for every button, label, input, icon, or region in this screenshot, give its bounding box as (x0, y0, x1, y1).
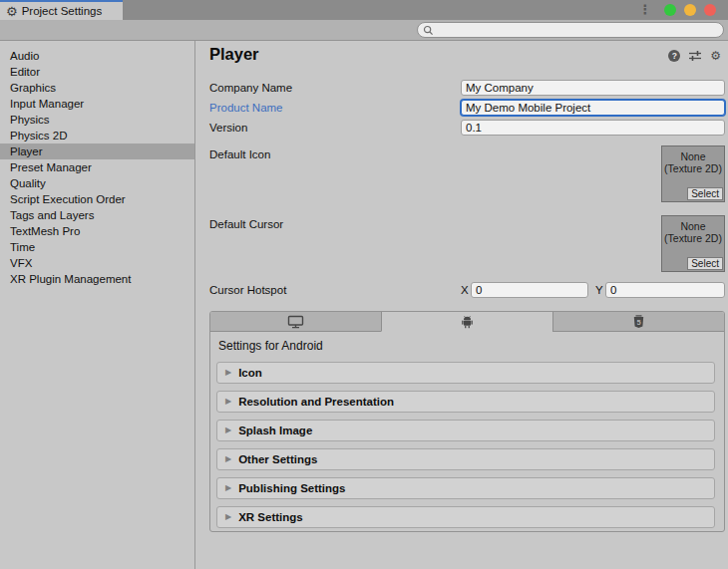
settings-gear-icon: ⚙ (6, 5, 18, 18)
default-cursor-value: None (662, 220, 724, 232)
section-resolution-and-presentation[interactable]: ▶ Resolution and Presentation (216, 391, 715, 413)
default-cursor-label: Default Cursor (209, 216, 283, 232)
sidebar-item-audio[interactable]: Audio (0, 48, 194, 64)
version-input[interactable] (461, 120, 725, 136)
company-name-input[interactable] (461, 80, 725, 96)
section-label: Other Settings (238, 453, 317, 465)
cursor-hotspot-y-input[interactable] (605, 282, 725, 298)
player-settings-panel: Player ? ⚙ Company Name Product Name Ver… (196, 41, 728, 569)
default-icon-type: (Texture 2D) (662, 162, 724, 174)
product-name-input[interactable] (461, 100, 725, 116)
sidebar-item-xr-plugin-management[interactable]: XR Plugin Management (0, 271, 194, 287)
html5-icon: 5 (633, 315, 644, 329)
default-icon-select-button[interactable]: Select (687, 187, 723, 200)
kebab-menu-icon[interactable]: ⋮ (638, 1, 652, 19)
search-box[interactable] (417, 22, 724, 38)
search-toolbar (0, 20, 728, 41)
default-cursor-object-field[interactable]: None (Texture 2D) Select (661, 215, 725, 272)
monitor-icon (287, 315, 304, 329)
section-label: XR Settings (238, 511, 303, 523)
gear-icon[interactable]: ⚙ (710, 50, 721, 62)
foldout-arrow-icon: ▶ (225, 398, 231, 406)
sidebar-item-textmesh-pro[interactable]: TextMesh Pro (0, 223, 194, 239)
tab-android[interactable] (381, 312, 552, 332)
foldout-arrow-icon: ▶ (225, 484, 231, 492)
sidebar-item-quality[interactable]: Quality (0, 175, 194, 191)
default-icon-value: None (662, 150, 724, 162)
sidebar-item-player[interactable]: Player (0, 143, 194, 159)
default-icon-label: Default Icon (209, 146, 270, 162)
foldout-arrow-icon: ▶ (225, 455, 231, 463)
sidebar-item-script-execution-order[interactable]: Script Execution Order (0, 191, 194, 207)
tab-webgl[interactable]: 5 (552, 312, 724, 332)
section-splash-image[interactable]: ▶ Splash Image (216, 420, 715, 441)
settings-for-platform-header: Settings for Android (218, 339, 724, 353)
tab-project-settings[interactable]: ⚙ Project Settings (0, 0, 123, 20)
platform-settings-group: 5 Settings for Android ▶ Icon ▶ Resoluti… (209, 311, 725, 532)
default-icon-object-field[interactable]: None (Texture 2D) Select (661, 145, 725, 202)
sidebar-item-tags-and-layers[interactable]: Tags and Layers (0, 207, 194, 223)
window-button-green[interactable] (664, 4, 676, 16)
section-other-settings[interactable]: ▶ Other Settings (216, 448, 715, 470)
window-button-yellow[interactable] (684, 4, 696, 16)
foldout-arrow-icon: ▶ (225, 427, 231, 434)
cursor-hotspot-x-input[interactable] (471, 282, 588, 298)
version-label: Version (209, 120, 247, 136)
product-name-label: Product Name (209, 100, 283, 116)
presets-icon[interactable] (688, 50, 702, 62)
svg-text:5: 5 (636, 318, 640, 327)
company-name-label: Company Name (209, 80, 292, 96)
section-label: Publishing Settings (238, 482, 345, 494)
section-label: Resolution and Presentation (238, 396, 394, 408)
window-button-red[interactable] (704, 4, 716, 16)
cursor-hotspot-label: Cursor Hotspot (209, 282, 286, 298)
sidebar-item-editor[interactable]: Editor (0, 64, 194, 80)
section-label: Splash Image (238, 425, 312, 436)
section-icon[interactable]: ▶ Icon (216, 362, 715, 384)
default-cursor-select-button[interactable]: Select (687, 257, 723, 270)
settings-category-list: Audio Editor Graphics Input Manager Phys… (0, 41, 195, 569)
foldout-arrow-icon: ▶ (225, 369, 231, 377)
titlebar: ⚙ Project Settings ⋮ (0, 0, 728, 20)
search-icon (423, 25, 434, 36)
platform-tab-strip: 5 (210, 312, 724, 332)
tab-title: Project Settings (22, 5, 103, 17)
cursor-hotspot-y-label: Y (595, 282, 603, 298)
sidebar-item-graphics[interactable]: Graphics (0, 80, 194, 96)
cursor-hotspot-x-label: X (461, 282, 469, 298)
section-xr-settings[interactable]: ▶ XR Settings (216, 506, 715, 528)
search-input[interactable] (437, 24, 718, 37)
foldout-arrow-icon: ▶ (225, 513, 231, 521)
default-cursor-type: (Texture 2D) (662, 232, 724, 244)
sidebar-item-physics-2d[interactable]: Physics 2D (0, 128, 194, 143)
section-publishing-settings[interactable]: ▶ Publishing Settings (216, 477, 715, 499)
sidebar-item-time[interactable]: Time (0, 239, 194, 255)
android-icon (461, 315, 474, 329)
content: Audio Editor Graphics Input Manager Phys… (0, 41, 728, 569)
page-title: Player (209, 45, 259, 64)
sidebar-item-input-manager[interactable]: Input Manager (0, 96, 194, 112)
tab-standalone[interactable] (210, 312, 381, 332)
sidebar-item-physics[interactable]: Physics (0, 112, 194, 128)
help-icon[interactable]: ? (668, 50, 680, 62)
section-label: Icon (238, 367, 262, 379)
sidebar-item-preset-manager[interactable]: Preset Manager (0, 159, 194, 175)
sidebar-item-vfx[interactable]: VFX (0, 255, 194, 271)
